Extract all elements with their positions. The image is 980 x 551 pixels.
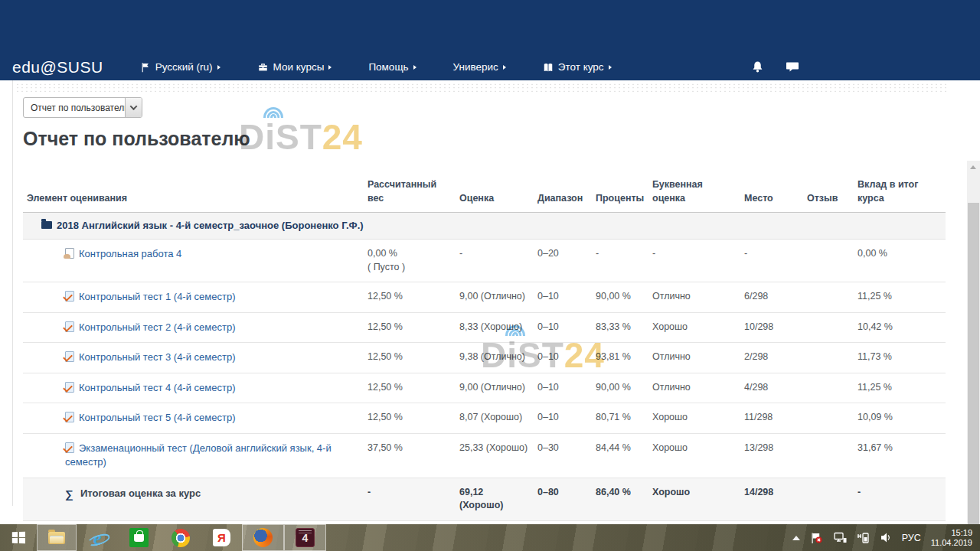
cell-contribution: - xyxy=(858,478,946,520)
cell-letter: Отлично xyxy=(652,343,744,373)
submenu-arrow-icon xyxy=(217,65,220,70)
grade-item-link[interactable]: Контрольный тест 3 (4-й семестр) xyxy=(79,351,235,363)
cell-rank: - xyxy=(744,240,807,282)
chrome-icon xyxy=(172,529,190,547)
cell-letter: Хорошо xyxy=(652,478,744,520)
cell-contribution: 10,42 % xyxy=(858,312,946,343)
volume-speaker-icon[interactable] xyxy=(880,532,892,543)
chrome-button[interactable] xyxy=(160,524,201,551)
file-explorer-icon xyxy=(48,532,65,544)
network-icon[interactable] xyxy=(833,532,847,543)
cell-letter: Отлично xyxy=(652,282,744,313)
grade-item-row: Контрольный тест 2 (4-й семестр) 12,50 %… xyxy=(23,312,946,343)
col-header-rank: Место xyxy=(744,173,807,213)
cell-feedback xyxy=(807,433,858,478)
nav-language-menu[interactable]: Русский (ru) xyxy=(140,61,220,73)
cell-rank: 6/298 xyxy=(744,282,807,313)
main-navbar: edu@SUSU Русский (ru) Мои курсы Помощь У… xyxy=(0,54,980,80)
cell-contribution: 0,00 % xyxy=(858,240,946,282)
language-indicator[interactable]: РУС xyxy=(902,533,921,543)
chevron-down-icon xyxy=(130,103,138,110)
cell-contribution: 11,25 % xyxy=(858,373,946,403)
show-hidden-icons-arrow[interactable] xyxy=(792,536,800,540)
col-header-weight: Рассчитанный вес xyxy=(368,173,459,213)
cell-range: 0–10 xyxy=(537,312,596,343)
action-center-flag-icon[interactable] xyxy=(810,532,823,544)
grade-item-link[interactable]: Контрольная работа 4 xyxy=(79,248,181,259)
grade-item-link[interactable]: Контрольный тест 5 (4-й семестр) xyxy=(79,412,235,423)
firefox-button[interactable] xyxy=(242,524,284,551)
folder-icon xyxy=(41,221,52,229)
grade-item-row: Контрольная работа 4 0,00 % ( Пусто ) - … xyxy=(23,240,946,282)
cell-range: 0–80 xyxy=(537,478,596,520)
cell-range: 0–20 xyxy=(537,240,596,282)
wifi-arcs-icon xyxy=(262,104,285,118)
cell-percent: 90,00 % xyxy=(596,373,652,403)
windows-store-icon xyxy=(129,528,149,547)
cell-weight: - xyxy=(368,478,459,520)
grade-item-link[interactable]: Экзаменационный тест (Деловой английский… xyxy=(65,442,332,468)
nav-item-label: Мои курсы xyxy=(273,61,325,73)
file-explorer-button[interactable] xyxy=(37,524,77,551)
cell-letter: Хорошо xyxy=(652,403,744,434)
assignment-icon xyxy=(65,248,74,259)
grade-item-row: Экзаменационный тест (Деловой английский… xyxy=(23,433,946,478)
cell-contribution: 11,73 % xyxy=(858,343,946,373)
quiz-icon xyxy=(65,351,74,362)
nav-help-menu[interactable]: Помощь xyxy=(368,61,416,73)
yandex-browser-button[interactable]: Я xyxy=(201,524,242,551)
internet-explorer-icon: e xyxy=(88,529,106,547)
scrollbar-thumb[interactable] xyxy=(968,203,979,551)
nav-this-course-menu[interactable]: Этот курс xyxy=(543,61,612,73)
page-content: Отчет по пользователю Отчет по пользоват… xyxy=(0,80,980,524)
col-header-grade: Оценка xyxy=(459,173,537,213)
select-dropdown-button[interactable] xyxy=(125,98,142,117)
cell-letter: Хорошо xyxy=(652,433,744,478)
col-header-letter: Буквенная оценка xyxy=(652,173,744,213)
app-4-button[interactable]: 4 xyxy=(284,524,326,551)
navbar-right xyxy=(751,60,799,73)
report-type-select[interactable]: Отчет по пользователю xyxy=(23,97,142,118)
windows-taskbar: e Я 4 РУС 15:19 11.04.2019 xyxy=(0,524,980,551)
vertical-scrollbar[interactable] xyxy=(967,161,980,551)
start-button[interactable] xyxy=(0,524,37,551)
cell-letter: Хорошо xyxy=(652,312,744,343)
cell-feedback xyxy=(807,343,858,373)
notifications-bell-icon[interactable] xyxy=(751,60,764,73)
cell-feedback xyxy=(807,403,858,434)
grade-item-link[interactable]: Контрольный тест 1 (4-й семестр) xyxy=(79,291,235,302)
grade-item-link[interactable]: Контрольный тест 4 (4-й семестр) xyxy=(79,382,235,393)
battery-icon[interactable] xyxy=(857,532,870,543)
nav-univeris-menu[interactable]: Универис xyxy=(453,61,506,73)
windows-logo-icon xyxy=(12,532,25,544)
cell-grade: 9,00 (Отлично) xyxy=(459,282,537,313)
messages-chat-icon[interactable] xyxy=(786,60,799,73)
cell-percent: 93,81 % xyxy=(596,343,652,373)
grade-report-table: Элемент оценивания Рассчитанный вес Оцен… xyxy=(23,173,946,521)
quiz-icon xyxy=(65,291,74,302)
system-tray: РУС 15:19 11.04.2019 xyxy=(792,528,980,548)
site-logo[interactable]: edu@SUSU xyxy=(12,58,103,77)
quiz-icon xyxy=(65,412,74,422)
cell-weight: 12,50 % xyxy=(368,312,459,343)
clock[interactable]: 15:19 11.04.2019 xyxy=(931,528,972,548)
cell-weight: 12,50 % xyxy=(368,282,459,313)
scroll-up-arrow-icon[interactable] xyxy=(970,165,976,169)
cell-grade: 9,00 (Отлично) xyxy=(459,373,537,403)
cell-grade: 8,33 (Хорошо) xyxy=(459,312,537,343)
cell-rank: 14/298 xyxy=(744,478,807,520)
nav-my-courses-menu[interactable]: Мои курсы xyxy=(257,61,332,73)
windows-store-button[interactable] xyxy=(118,524,160,551)
cell-percent: 83,33 % xyxy=(596,312,652,343)
cell-feedback xyxy=(807,282,858,313)
cell-weight: 12,50 % xyxy=(368,403,459,434)
category-row: 2018 Английский язык - 4-й семестр_заочн… xyxy=(23,213,946,240)
quiz-icon xyxy=(65,442,74,453)
quiz-icon xyxy=(65,382,74,393)
internet-explorer-button[interactable]: e xyxy=(77,524,118,551)
submenu-arrow-icon xyxy=(328,65,332,70)
col-header-feedback: Отзыв xyxy=(807,173,858,213)
total-label: Итоговая оценка за курс xyxy=(80,487,201,499)
grade-item-link[interactable]: Контрольный тест 2 (4-й семестр) xyxy=(79,321,235,333)
flag-icon xyxy=(140,62,151,73)
